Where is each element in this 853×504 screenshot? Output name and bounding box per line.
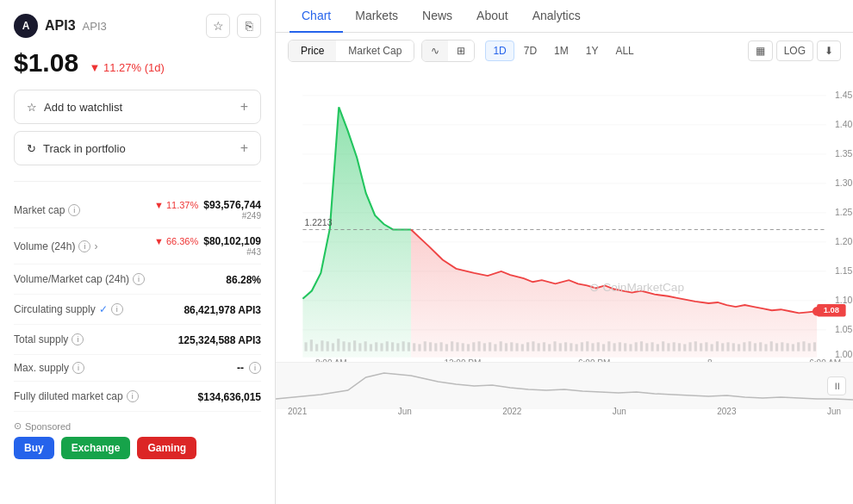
- svg-rect-45: [489, 342, 491, 351]
- chart-controls: Price Market Cap ∿ ⊞ 1D 7D 1M 1Y ALL ▦ L…: [276, 33, 853, 69]
- sponsored-exchange-button[interactable]: Exchange: [61, 437, 131, 459]
- svg-rect-98: [775, 343, 778, 351]
- time-7d-button[interactable]: 7D: [516, 40, 545, 61]
- time-1y-button[interactable]: 1Y: [578, 40, 607, 61]
- tab-markets[interactable]: Markets: [343, 0, 410, 33]
- chart-wrapper: 1.45 1.40 1.35 1.30 1.25 1.20 1.15 1.10 …: [276, 69, 853, 362]
- tab-news[interactable]: News: [410, 0, 464, 33]
- svg-rect-39: [456, 342, 458, 351]
- svg-rect-26: [386, 341, 389, 351]
- total-supply-info[interactable]: i: [72, 333, 84, 345]
- svg-rect-25: [380, 343, 383, 351]
- svg-rect-55: [543, 342, 545, 351]
- svg-rect-92: [743, 342, 745, 351]
- svg-rect-35: [434, 343, 437, 351]
- calendar-button[interactable]: ▦: [748, 40, 773, 61]
- green-area: [302, 107, 411, 358]
- svg-rect-46: [494, 344, 496, 351]
- coin-symbol: API3: [83, 20, 107, 33]
- svg-rect-17: [337, 339, 339, 351]
- svg-rect-62: [581, 342, 583, 351]
- sponsored-label: ⊙ Sponsored: [14, 420, 261, 432]
- volume-value: $80,102,109: [203, 235, 261, 247]
- svg-rect-70: [624, 343, 626, 351]
- tab-chart[interactable]: Chart: [290, 0, 343, 33]
- price-block: $1.08 ▼ 11.27% (1d): [14, 48, 261, 78]
- svg-rect-34: [429, 342, 432, 351]
- share-button[interactable]: ⎘: [237, 14, 261, 38]
- total-supply-label: Total supply: [14, 333, 68, 345]
- price-chart: 1.45 1.40 1.35 1.30 1.25 1.20 1.15 1.10 …: [276, 69, 853, 362]
- sponsored-buy-button[interactable]: Buy: [14, 437, 54, 459]
- svg-rect-20: [353, 340, 356, 351]
- svg-rect-73: [640, 341, 643, 351]
- volume-info[interactable]: i: [78, 240, 90, 252]
- svg-rect-68: [613, 343, 616, 351]
- year-jun2: Jun: [613, 407, 626, 416]
- tab-about[interactable]: About: [464, 0, 520, 33]
- add-to-watchlist-button[interactable]: ☆ Add to watchlist +: [14, 90, 261, 124]
- svg-rect-96: [764, 344, 767, 351]
- y-label-145: 1.45: [835, 90, 853, 100]
- svg-rect-105: [813, 342, 816, 351]
- circ-supply-info[interactable]: i: [111, 303, 123, 315]
- svg-rect-78: [667, 343, 669, 351]
- svg-rect-79: [673, 342, 676, 351]
- max-supply-info2[interactable]: i: [249, 362, 261, 374]
- time-buttons: 1D 7D 1M 1Y ALL: [485, 40, 641, 61]
- svg-rect-80: [678, 343, 681, 351]
- coin-name: API3: [45, 18, 76, 34]
- svg-rect-38: [451, 341, 453, 351]
- svg-rect-27: [391, 342, 394, 351]
- svg-rect-36: [440, 342, 443, 351]
- price-toggle-button[interactable]: Price: [289, 40, 336, 61]
- log-button[interactable]: LOG: [776, 40, 813, 61]
- volume-expand[interactable]: ›: [94, 240, 97, 252]
- svg-rect-11: [305, 342, 308, 351]
- portfolio-label: Track in portfolio: [43, 142, 126, 155]
- track-portfolio-button[interactable]: ↻ Track in portfolio +: [14, 131, 261, 165]
- vol-mkt-value: 86.28%: [226, 274, 261, 286]
- mini-chart-pause-button[interactable]: ⏸: [827, 376, 846, 395]
- market-cap-rank: #249: [154, 211, 261, 221]
- watchlist-star-button[interactable]: ☆: [206, 14, 230, 38]
- volume-pct: ▼ 66.36%: [154, 236, 198, 246]
- svg-rect-71: [629, 344, 632, 351]
- mini-chart: 2021 Jun 2022 Jun 2023 Jun ⏸: [276, 362, 853, 409]
- mini-chart-line: [276, 373, 853, 400]
- sponsored-gaming-button[interactable]: Gaming: [137, 437, 196, 459]
- svg-rect-61: [576, 344, 578, 351]
- svg-rect-47: [500, 341, 502, 351]
- market-cap-info[interactable]: i: [68, 204, 80, 216]
- tab-analytics[interactable]: Analytics: [520, 0, 593, 33]
- svg-rect-86: [711, 344, 713, 351]
- year-2023: 2023: [717, 407, 736, 416]
- total-supply-value: 125,324,588 API3: [178, 334, 261, 346]
- time-all-button[interactable]: ALL: [607, 40, 641, 61]
- candle-chart-button[interactable]: ⊞: [448, 40, 474, 61]
- volume-row: Volume (24h) i › ▼ 66.36% $80,102,109 #4…: [14, 228, 261, 264]
- time-1m-button[interactable]: 1M: [546, 40, 576, 61]
- max-supply-info[interactable]: i: [72, 362, 84, 374]
- svg-rect-101: [792, 344, 794, 351]
- sponsored-section: ⊙ Sponsored Buy Exchange Gaming: [14, 412, 261, 464]
- line-chart-button[interactable]: ∿: [422, 40, 448, 61]
- svg-rect-19: [348, 342, 351, 351]
- fully-diluted-row: Fully diluted market cap i $134,636,015: [14, 382, 261, 412]
- star-icon: ☆: [27, 101, 37, 114]
- plus-icon2: +: [240, 140, 248, 156]
- svg-rect-40: [462, 343, 464, 351]
- svg-rect-13: [315, 344, 318, 351]
- chart-type-buttons: ∿ ⊞: [421, 40, 475, 62]
- vol-mkt-info[interactable]: i: [133, 273, 145, 285]
- mini-chart-svg: [276, 369, 853, 403]
- time-1d-button[interactable]: 1D: [485, 40, 514, 61]
- svg-rect-48: [505, 343, 507, 351]
- download-button[interactable]: ⬇: [817, 40, 841, 61]
- fully-diluted-info[interactable]: i: [127, 390, 139, 402]
- svg-rect-52: [526, 342, 529, 351]
- price-value: $1.08: [14, 48, 78, 77]
- svg-rect-54: [538, 343, 540, 351]
- mktcap-toggle-button[interactable]: Market Cap: [336, 40, 414, 61]
- market-cap-value: $93,576,744: [203, 199, 261, 211]
